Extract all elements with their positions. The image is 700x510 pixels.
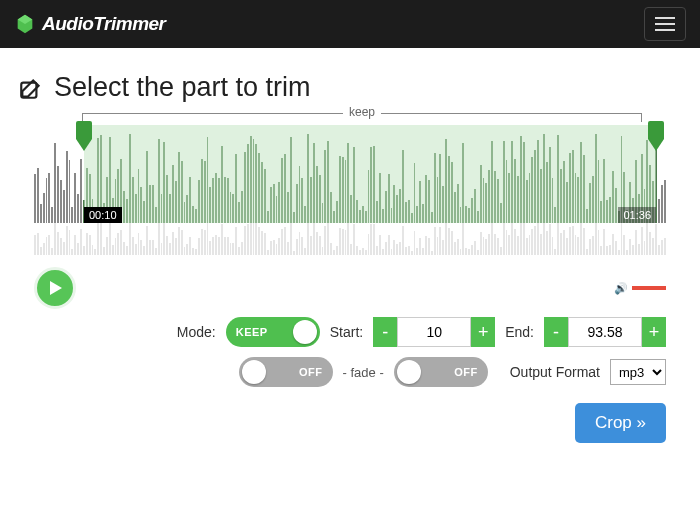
- keep-label: keep: [343, 105, 381, 119]
- heading-text: Select the part to trim: [54, 72, 311, 103]
- brand-logo: AudioTrimmer: [14, 13, 166, 35]
- format-select[interactable]: mp3: [610, 359, 666, 385]
- fade-out-toggle[interactable]: OFF: [394, 357, 488, 387]
- toggle-knob: [293, 320, 317, 344]
- volume-control[interactable]: 🔊: [614, 282, 666, 295]
- trim-handle-start[interactable]: [73, 121, 95, 151]
- logo-icon: [14, 13, 36, 35]
- edit-icon: [18, 75, 44, 101]
- brand-text: AudioTrimmer: [42, 13, 166, 35]
- fade-out-label: OFF: [454, 366, 478, 378]
- keep-bracket: keep: [82, 113, 642, 123]
- end-time-tag: 01:36: [618, 207, 656, 223]
- fade-in-label: OFF: [299, 366, 323, 378]
- toggle-knob: [242, 360, 266, 384]
- play-button[interactable]: [34, 267, 76, 309]
- menu-button[interactable]: [644, 7, 686, 41]
- crop-button[interactable]: Crop »: [575, 403, 666, 443]
- end-label: End:: [505, 324, 534, 340]
- mode-toggle[interactable]: KEEP: [226, 317, 320, 347]
- mode-toggle-label: KEEP: [236, 326, 268, 338]
- format-label: Output Format: [510, 364, 600, 380]
- waveform[interactable]: 00:10 01:36: [34, 125, 666, 255]
- page-heading: Select the part to trim: [18, 72, 682, 103]
- end-plus-button[interactable]: +: [642, 317, 666, 347]
- toggle-knob: [397, 360, 421, 384]
- start-minus-button[interactable]: -: [373, 317, 397, 347]
- start-input[interactable]: [397, 317, 471, 347]
- speaker-icon: 🔊: [614, 282, 628, 295]
- end-minus-button[interactable]: -: [544, 317, 568, 347]
- fade-in-toggle[interactable]: OFF: [239, 357, 333, 387]
- top-navbar: AudioTrimmer: [0, 0, 700, 48]
- start-label: Start:: [330, 324, 363, 340]
- end-input[interactable]: [568, 317, 642, 347]
- start-plus-button[interactable]: +: [471, 317, 495, 347]
- trim-handle-end[interactable]: [645, 121, 667, 151]
- fade-label: - fade -: [343, 365, 384, 380]
- mode-label: Mode:: [177, 324, 216, 340]
- start-time-tag: 00:10: [84, 207, 122, 223]
- volume-slider[interactable]: [632, 286, 666, 290]
- play-icon: [47, 280, 63, 296]
- svg-marker-3: [50, 281, 62, 295]
